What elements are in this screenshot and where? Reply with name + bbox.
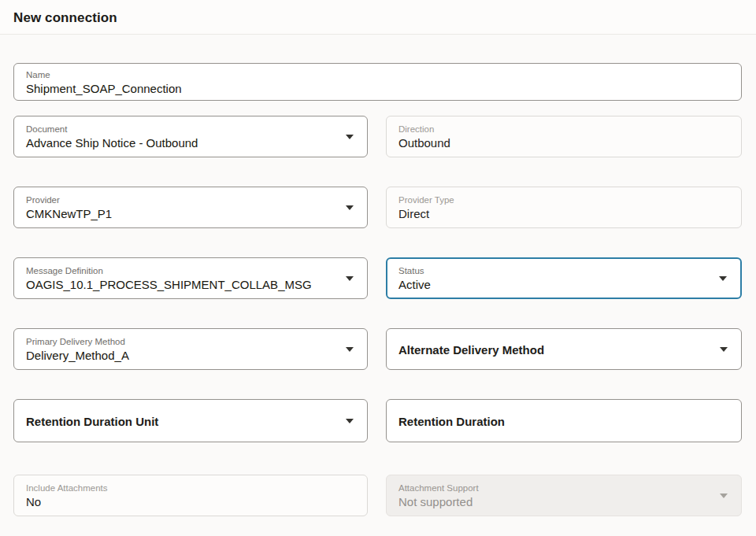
message-definition-select[interactable]: Message Definition OAGIS_10.1_PROCESS_SH… [13,257,368,299]
alternate-delivery-method-select[interactable]: Alternate Delivery Method [386,328,742,370]
provider-select-value: CMKNewTP_P1 [26,206,339,221]
row-document-direction: Document Advance Ship Notice - Outbound … [13,116,742,157]
provider-select[interactable]: Provider CMKNewTP_P1 [13,187,368,228]
retention-duration-input[interactable]: Retention Duration [386,399,742,442]
provider-type-field-value: Direct [398,206,713,221]
direction-field-label: Direction [398,124,713,135]
dropdown-arrow-icon [346,205,354,210]
dropdown-arrow-icon [346,419,354,423]
provider-type-field-label: Provider Type [398,194,713,205]
status-select[interactable]: Status Active [386,257,742,299]
dropdown-arrow-icon [346,276,354,281]
row-provider: Provider CMKNewTP_P1 Provider Type Direc… [13,187,742,228]
primary-delivery-method-select[interactable]: Primary Delivery Method Delivery_Method_… [13,328,368,370]
dropdown-arrow-icon [346,135,354,139]
retention-duration-input-label: Retention Duration [398,414,713,429]
status-select-label: Status [398,265,712,276]
document-select-label: Document [26,124,339,135]
connection-form: Name Shipment_SOAP_Connection Document A… [0,35,756,516]
provider-select-label: Provider [26,194,339,205]
include-attachments-field-label: Include Attachments [26,482,339,493]
page-title: New connection [13,10,743,26]
row-retention: Retention Duration Unit Retention Durati… [13,399,742,442]
document-select[interactable]: Document Advance Ship Notice - Outbound [13,116,368,157]
row-delivery-methods: Primary Delivery Method Delivery_Method_… [13,328,742,370]
page-header: New connection [0,0,756,35]
dropdown-arrow-icon [720,347,728,352]
attachment-support-select: Attachment Support Not supported [386,475,742,516]
retention-duration-unit-select-label: Retention Duration Unit [26,414,339,429]
row-message-status: Message Definition OAGIS_10.1_PROCESS_SH… [13,257,742,299]
dropdown-arrow-icon [346,347,354,352]
name-field-value: Shipment_SOAP_Connection [26,81,713,96]
name-field[interactable]: Name Shipment_SOAP_Connection [13,63,742,101]
direction-field-value: Outbound [398,135,713,150]
attachment-support-select-value: Not supported [398,494,713,509]
row-attachments: Include Attachments No Attachment Suppor… [13,475,742,516]
include-attachments-field: Include Attachments No [13,475,368,516]
message-definition-select-label: Message Definition [26,265,339,276]
primary-delivery-method-select-label: Primary Delivery Method [26,336,339,347]
retention-duration-unit-select[interactable]: Retention Duration Unit [13,399,368,442]
dropdown-arrow-icon [719,276,727,281]
document-select-value: Advance Ship Notice - Outbound [26,135,339,150]
provider-type-field: Provider Type Direct [386,187,742,228]
status-select-value: Active [398,277,712,292]
include-attachments-field-value: No [26,494,339,509]
attachment-support-select-label: Attachment Support [398,482,713,493]
alternate-delivery-method-select-label: Alternate Delivery Method [398,342,713,357]
primary-delivery-method-select-value: Delivery_Method_A [26,348,339,363]
name-field-label: Name [26,69,713,80]
dropdown-arrow-icon [720,493,728,498]
message-definition-select-value: OAGIS_10.1_PROCESS_SHIPMENT_COLLAB_MSG [26,277,339,292]
direction-field: Direction Outbound [386,116,742,157]
